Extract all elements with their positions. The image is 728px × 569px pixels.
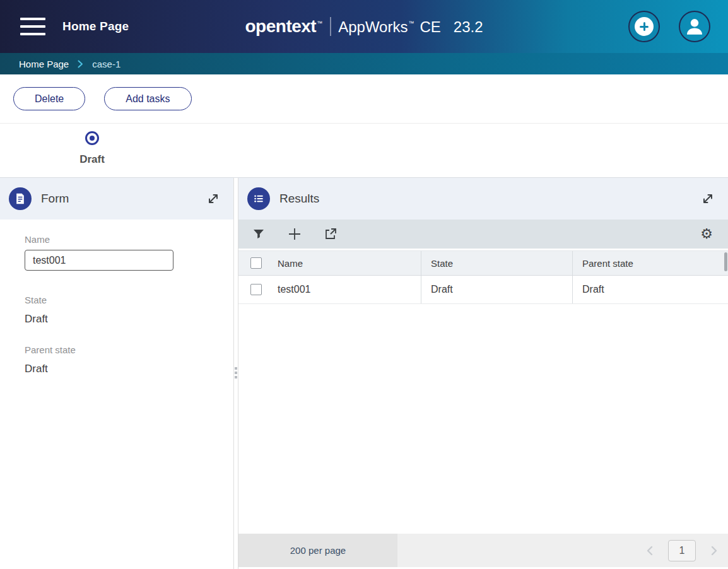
pager-controls: 1	[646, 540, 728, 561]
filter-icon[interactable]	[250, 225, 267, 243]
vertical-scrollbar-thumb[interactable]	[724, 252, 727, 271]
header-checkbox-cell	[238, 257, 278, 269]
brand-name: opentext	[245, 16, 316, 37]
results-grid: Name State Parent state test001 Draft Dr…	[238, 249, 728, 534]
form-panel: Form Name State Draft Parent state Draft	[0, 178, 233, 569]
breadcrumb-home-link[interactable]: Home Page	[19, 59, 69, 69]
brand-logo: opentext™ AppWorks™ CE 23.2	[245, 16, 483, 37]
field-name: Name	[25, 234, 233, 271]
form-document-icon	[9, 187, 32, 210]
state-node: Draft	[54, 131, 130, 166]
product-version: 23.2	[454, 18, 483, 36]
person-icon	[684, 16, 705, 37]
state-field-label: State	[25, 295, 233, 305]
form-body: Name State Draft Parent state Draft	[0, 220, 233, 375]
row-checkbox-cell	[238, 284, 278, 295]
plus-icon	[635, 17, 654, 36]
product-edition: CE	[420, 18, 440, 36]
brand-trademark: ™	[317, 20, 322, 26]
results-toolbar: ⚙	[238, 220, 728, 249]
pagination-bar: 200 per page 1	[238, 534, 728, 567]
cell-name[interactable]: test001	[278, 276, 421, 303]
product-name: AppWorks	[338, 18, 408, 36]
product-trademark: ™	[408, 20, 414, 26]
table-row[interactable]: test001 Draft Draft	[238, 276, 728, 304]
state-field-value: Draft	[25, 313, 233, 326]
name-input[interactable]	[25, 250, 173, 271]
panel-splitter[interactable]	[233, 178, 238, 569]
header-state[interactable]: State	[421, 251, 573, 275]
table-header-row: Name State Parent state	[238, 250, 728, 276]
name-label: Name	[25, 234, 233, 245]
form-expand-icon[interactable]	[207, 192, 220, 205]
results-list-icon	[247, 187, 270, 210]
results-panel-header: Results	[238, 178, 728, 220]
add-row-icon[interactable]	[286, 225, 303, 243]
open-in-new-icon[interactable]	[322, 225, 339, 243]
results-panel-title: Results	[279, 192, 319, 206]
delete-button[interactable]: Delete	[13, 87, 85, 110]
results-panel: Results ⚙	[238, 178, 728, 569]
cell-state: Draft	[421, 276, 573, 303]
select-all-checkbox[interactable]	[250, 257, 262, 269]
header-actions	[628, 11, 710, 42]
field-state: State Draft	[25, 295, 233, 326]
lifecycle-state-strip: Draft	[0, 124, 728, 178]
header-parent-state[interactable]: Parent state	[573, 251, 728, 275]
app-root: Home Page opentext™ AppWorks™ CE 23.2 Ho…	[0, 0, 728, 569]
previous-page-icon[interactable]	[646, 546, 653, 556]
parent-state-field-value: Draft	[25, 363, 233, 375]
breadcrumb-current-item: case-1	[92, 59, 120, 69]
hamburger-menu-icon[interactable]	[20, 18, 45, 35]
state-radio-icon[interactable]	[85, 131, 99, 145]
form-panel-header: Form	[0, 178, 233, 220]
next-page-icon[interactable]	[711, 546, 718, 556]
gear-icon[interactable]: ⚙	[700, 227, 713, 241]
page-size-selector[interactable]: 200 per page	[238, 534, 397, 567]
breadcrumb: Home Page case-1	[0, 53, 728, 74]
action-bar: Delete Add tasks	[0, 74, 728, 124]
state-label: Draft	[54, 153, 130, 166]
user-avatar-button[interactable]	[679, 11, 710, 42]
breadcrumb-chevron-icon	[78, 60, 83, 68]
current-page-indicator[interactable]: 1	[668, 540, 696, 561]
header-name[interactable]: Name	[278, 251, 421, 275]
form-panel-title: Form	[41, 192, 69, 206]
page-title: Home Page	[62, 20, 129, 33]
parent-state-field-label: Parent state	[25, 344, 233, 355]
field-parent-state: Parent state Draft	[25, 344, 233, 375]
cell-parent-state: Draft	[573, 276, 728, 303]
add-tasks-button[interactable]: Add tasks	[104, 87, 191, 110]
row-checkbox[interactable]	[250, 284, 262, 295]
results-expand-icon[interactable]	[702, 192, 714, 205]
add-button[interactable]	[628, 11, 660, 42]
splitter-grip-icon	[235, 367, 237, 378]
logo-divider	[330, 17, 331, 36]
grid-empty-area	[238, 304, 728, 534]
main-content: Form Name State Draft Parent state Draft	[0, 178, 728, 569]
top-header: Home Page opentext™ AppWorks™ CE 23.2	[0, 0, 728, 53]
